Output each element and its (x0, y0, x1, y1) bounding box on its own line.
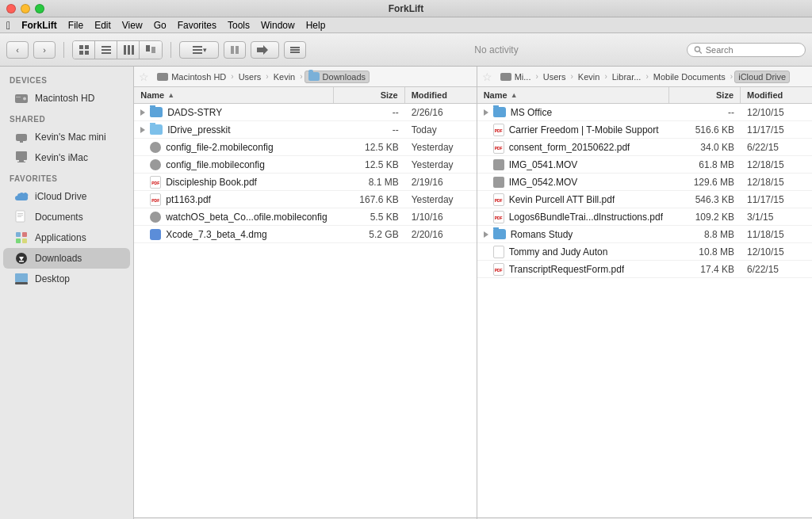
right-bc-kevin[interactable]: Kevin (575, 71, 603, 82)
svg-rect-1 (85, 45, 89, 49)
table-row[interactable]: watchOS_beta_Co...ofile.mobileconfig 5.5… (134, 208, 476, 226)
main-content: Devices Macintosh HD Shared Kevin's Mac … (0, 67, 812, 519)
file-name-cell: DADS-STRY (134, 105, 333, 120)
right-star-button[interactable]: ☆ (482, 71, 492, 83)
right-col-name[interactable]: Name ▲ (477, 87, 669, 103)
table-row[interactable]: IMG_0542.MOV 129.6 MB 12/18/15 (477, 174, 812, 191)
right-col-modified[interactable]: Modified (741, 87, 812, 103)
right-bc-machine[interactable]: Mi... (497, 71, 534, 82)
sidebar-item-icloud-drive[interactable]: iCloud Drive (3, 186, 130, 207)
file-modified-cell: Yesterday (405, 193, 477, 207)
menu-help[interactable]: Help (306, 20, 326, 31)
file-modified-cell: Today (405, 123, 477, 137)
file-name-cell: PDF TranscriptRequestForm.pdf (477, 261, 669, 277)
table-row[interactable]: MS Office -- 12/10/15 (477, 104, 812, 121)
menu-file[interactable]: File (68, 20, 83, 31)
file-name-cell: watchOS_beta_Co...ofile.mobileconfig (134, 210, 333, 224)
table-row[interactable]: PDF pt1163.pdf 167.6 KB Yesterday (134, 191, 476, 208)
svg-rect-43 (15, 282, 28, 284)
table-row[interactable]: DADS-STRY -- 2/26/16 (134, 104, 476, 121)
sidebar-item-macintosh-hd[interactable]: Macintosh HD (3, 88, 130, 109)
list-view-button[interactable] (95, 41, 117, 59)
table-row[interactable]: PDF Logos6BundleTrai...dlnstructions.pdf… (477, 208, 812, 226)
maximize-button[interactable] (35, 4, 44, 13)
sidebar-item-kevins-mac-mini[interactable]: Kevin's Mac mini (3, 127, 130, 147)
shared-section-label: Shared (0, 109, 133, 127)
svg-rect-8 (128, 45, 130, 55)
sort-arrow: ▲ (167, 91, 174, 99)
sidebar-item-desktop[interactable]: Desktop (3, 269, 130, 289)
left-col-name[interactable]: Name ▲ (134, 87, 333, 103)
menu-go[interactable]: Go (154, 20, 167, 31)
svg-rect-38 (22, 239, 27, 243)
left-col-modified[interactable]: Modified (405, 87, 477, 103)
transfer-button[interactable] (251, 41, 279, 59)
svg-rect-33 (17, 215, 23, 216)
menu-tools[interactable]: Tools (228, 20, 250, 31)
file-name-text: Carrier Freedom | T-Mobile Support (509, 124, 659, 135)
left-bc-downloads[interactable]: Downloads (304, 71, 370, 83)
right-bc-arrow-4: › (645, 72, 648, 81)
file-name-text: IMG_0541.MOV (509, 159, 578, 170)
table-row[interactable]: Romans Study 8.8 MB 11/18/15 (477, 226, 812, 243)
sidebar-item-kevins-imac[interactable]: Kevin's iMac (3, 147, 130, 168)
right-bc-icloud-drive[interactable]: iCloud Drive (734, 71, 790, 83)
table-row[interactable]: PDF consent_form_20150622.pdf 34.0 KB 6/… (477, 139, 812, 156)
apple-menu-icon[interactable]:  (6, 19, 10, 32)
toolbar: ‹ › ▾ No activity (0, 33, 812, 67)
search-input[interactable] (706, 45, 799, 55)
right-bc-users[interactable]: Users (540, 71, 569, 82)
table-row[interactable]: Tommy and Judy Auton 10.8 MB 12/10/15 (477, 243, 812, 261)
sidebar-item-applications[interactable]: Applications (3, 227, 130, 248)
menu-favorites[interactable]: Favorites (178, 20, 216, 31)
back-button[interactable]: ‹ (6, 41, 29, 59)
right-col-size[interactable]: Size (669, 87, 741, 103)
svg-rect-10 (146, 45, 150, 52)
table-row[interactable]: Xcode_7.3_beta_4.dmg 5.2 GB 2/20/16 (134, 226, 476, 243)
documents-icon (14, 210, 29, 224)
left-bc-macintosh-hd[interactable]: Macintosh HD (154, 71, 229, 82)
menu-forklift[interactable]: ForkLift (21, 20, 57, 31)
left-bc-users[interactable]: Users (236, 71, 265, 82)
search-bar[interactable] (687, 43, 806, 57)
forward-button[interactable]: › (33, 41, 56, 59)
right-bc-library-label: Librar... (612, 72, 642, 82)
table-row[interactable]: PDF Kevin Purcell ATT Bill.pdf 546.3 KB … (477, 191, 812, 208)
close-button[interactable] (6, 4, 16, 13)
left-col-size[interactable]: Size (334, 87, 405, 103)
icloud-icon (14, 189, 29, 204)
left-bc-arrow-1: › (231, 72, 233, 81)
table-row[interactable]: PDF TranscriptRequestForm.pdf 17.4 KB 6/… (477, 261, 812, 278)
table-row[interactable]: config_file-2.mobileconfig 12.5 KB Yeste… (134, 139, 476, 156)
column-view-button[interactable] (117, 41, 140, 59)
left-star-button[interactable]: ☆ (139, 71, 149, 83)
file-size-cell: 516.6 KB (669, 123, 741, 137)
cover-view-button[interactable] (140, 41, 162, 59)
menu-window[interactable]: Window (261, 20, 295, 31)
table-row[interactable]: IMG_0541.MOV 61.8 MB 12/18/15 (477, 156, 812, 174)
menu-edit[interactable]: Edit (94, 20, 111, 31)
view-options-button[interactable]: ▾ (179, 41, 219, 59)
title-bar: ForkLift (0, 0, 812, 17)
left-bc-hd-icon (157, 73, 168, 81)
right-bc-library[interactable]: Librar... (609, 71, 645, 82)
right-bc-arrow-5: › (730, 72, 733, 81)
icon-view-button[interactable] (73, 41, 95, 59)
table-row[interactable]: PDF Discipleship Book.pdf 8.1 MB 2/19/16 (134, 174, 476, 191)
sync-button[interactable] (224, 41, 246, 59)
action-button[interactable] (284, 41, 306, 59)
sidebar-item-downloads[interactable]: Downloads (3, 248, 130, 269)
file-modified-cell: Yesterday (405, 140, 477, 155)
table-row[interactable]: IDrive_presskit -- Today (134, 121, 476, 139)
minimize-button[interactable] (21, 4, 30, 13)
table-row[interactable]: config_file.mobileconfig 12.5 KB Yesterd… (134, 156, 476, 174)
sidebar-item-documents[interactable]: Documents (3, 207, 130, 227)
file-name-cell: config_file-2.mobileconfig (134, 140, 333, 155)
menu-view[interactable]: View (122, 20, 143, 31)
svg-rect-6 (102, 52, 111, 54)
table-row[interactable]: PDF Carrier Freedom | T-Mobile Support 5… (477, 121, 812, 139)
left-bc-kevin[interactable]: Kevin (270, 71, 299, 82)
file-panes: ☆ Macintosh HD › Users › Kevin › Downloa… (134, 67, 812, 519)
right-bc-mobile-docs[interactable]: Mobile Documents (650, 71, 729, 82)
downloads-icon (14, 251, 29, 265)
